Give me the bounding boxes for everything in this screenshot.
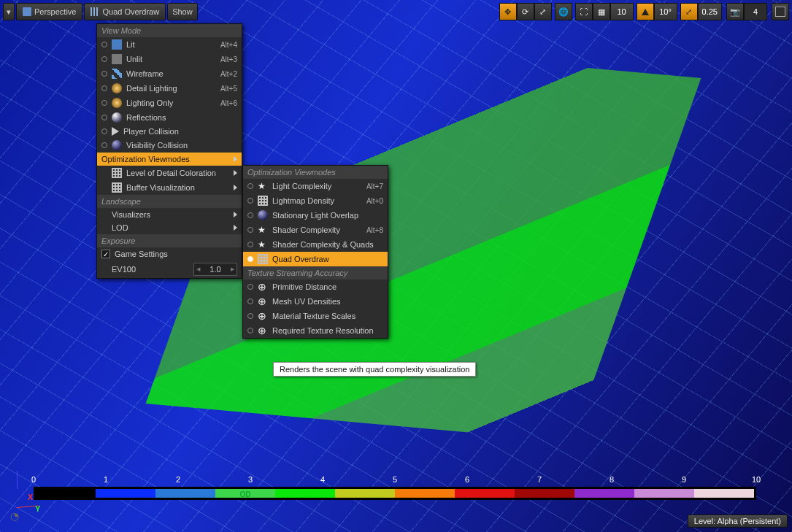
lod-icon bbox=[112, 168, 122, 178]
tooltip: Renders the scene with quad complexity v… bbox=[273, 362, 476, 377]
mesh-uv-icon bbox=[258, 296, 268, 307]
legend-segment bbox=[515, 489, 574, 498]
reflections-icon bbox=[112, 112, 122, 123]
menu-item-visualizers[interactable]: Visualizers bbox=[97, 208, 242, 221]
menu-item-unlit[interactable]: UnlitAlt+3 bbox=[97, 52, 242, 66]
legend-tick: 6 bbox=[465, 475, 469, 484]
required-texture-icon bbox=[258, 325, 268, 336]
legend-tick: 4 bbox=[320, 475, 325, 484]
lightmap-density-icon bbox=[258, 196, 268, 206]
transform-toolbar: ✥ ⟳ ⤢ 🌐 ⛶ ▦ 10 10° ⤢ 0.25 📷 4 bbox=[499, 3, 789, 23]
menu-item-primitive-distance[interactable]: Primitive Distance bbox=[243, 280, 388, 294]
menu-item-game-settings[interactable]: Game Settings bbox=[97, 247, 242, 261]
submenu-arrow-icon bbox=[234, 183, 237, 192]
menu-item-shader-complexity-quads[interactable]: Shader Complexity & Quads bbox=[243, 237, 388, 252]
menu-item-lod[interactable]: LOD bbox=[97, 221, 242, 234]
menu-item-material-texture-scales[interactable]: Material Texture Scales bbox=[243, 309, 388, 323]
legend-segment bbox=[335, 489, 395, 498]
menu-item-quad-overdraw[interactable]: Quad Overdraw bbox=[243, 252, 388, 266]
legend-segment bbox=[36, 489, 96, 498]
rotate-button[interactable]: ⟳ bbox=[517, 3, 534, 20]
world-local-toggle[interactable]: 🌐 bbox=[555, 3, 572, 20]
menu-item-lod-coloration[interactable]: Level of Detail Coloration bbox=[97, 166, 242, 180]
optimization-viewmodes-submenu: Optimization Viewmodes Light ComplexityA… bbox=[242, 165, 388, 339]
camera-speed-button[interactable]: 📷 bbox=[726, 3, 744, 20]
expand-icon bbox=[775, 7, 785, 17]
menu-item-light-complexity[interactable]: Light ComplexityAlt+7 bbox=[243, 179, 388, 193]
scale-button[interactable]: ⤢ bbox=[534, 3, 552, 20]
legend-segment bbox=[634, 489, 694, 498]
material-texture-icon bbox=[258, 311, 268, 321]
scale-snap-value[interactable]: 0.25 bbox=[698, 3, 722, 20]
light-complexity-icon bbox=[258, 181, 268, 191]
menu-item-lighting-only[interactable]: Lighting OnlyAlt+6 bbox=[97, 96, 242, 110]
detail-lighting-icon bbox=[112, 83, 122, 93]
legend-segment bbox=[455, 489, 515, 498]
show-label: Show bbox=[172, 7, 193, 16]
legend-segment bbox=[574, 489, 634, 498]
stationary-light-icon bbox=[258, 210, 268, 220]
viewport-options-dropdown[interactable]: ▾ bbox=[3, 3, 15, 20]
menu-item-detail-lighting[interactable]: Detail LightingAlt+5 bbox=[97, 81, 242, 96]
perspective-label: Perspective bbox=[34, 7, 76, 16]
legend-tick: 3 bbox=[248, 475, 253, 484]
menu-item-visibility-collision[interactable]: Visibility Collision bbox=[97, 138, 242, 153]
legend-tick: 7 bbox=[537, 475, 542, 484]
maximize-viewport-button[interactable] bbox=[772, 3, 789, 20]
menu-item-optimization-viewmodes[interactable]: Optimization Viewmodes bbox=[97, 153, 242, 166]
lit-icon bbox=[112, 39, 122, 50]
viewmode-menu: View Mode LitAlt+4 UnlitAlt+3 WireframeA… bbox=[96, 23, 242, 279]
menu-header-exposure: Exposure bbox=[97, 234, 242, 247]
shader-complexity-quads-icon bbox=[258, 239, 268, 250]
game-settings-checkbox[interactable] bbox=[101, 250, 110, 258]
legend-segment bbox=[694, 489, 754, 498]
menu-item-shader-complexity[interactable]: Shader ComplexityAlt+8 bbox=[243, 223, 388, 237]
quad-overdraw-icon bbox=[258, 254, 268, 264]
viewmode-button[interactable]: Quad Overdraw bbox=[84, 3, 166, 20]
level-status-bar[interactable]: Level: Alpha (Persistent) bbox=[688, 514, 788, 528]
shader-complexity-icon bbox=[258, 225, 268, 235]
menu-item-reflections[interactable]: Reflections bbox=[97, 110, 242, 125]
menu-item-buffer-visualization[interactable]: Buffer Visualization bbox=[97, 180, 242, 195]
menu-header-viewmode: View Mode bbox=[97, 24, 242, 37]
legend-tick: 2 bbox=[176, 475, 180, 484]
menu-item-player-collision[interactable]: Player Collision bbox=[97, 125, 242, 138]
select-translate-button[interactable]: ✥ bbox=[499, 3, 517, 20]
legend-tick: 8 bbox=[610, 475, 614, 484]
legend-segment bbox=[395, 489, 455, 498]
viewport-toolbar: ▾ Perspective Quad Overdraw Show ✥ ⟳ ⤢ 🌐… bbox=[3, 3, 789, 23]
angle-snap-toggle[interactable] bbox=[637, 3, 654, 20]
menu-item-wireframe[interactable]: WireframeAlt+2 bbox=[97, 66, 242, 81]
scale-snap-toggle[interactable]: ⤢ bbox=[680, 3, 698, 20]
menu-item-stationary-light-overlap[interactable]: Stationary Light Overlap bbox=[243, 208, 388, 223]
submenu-header-optimization: Optimization Viewmodes bbox=[243, 166, 388, 179]
surface-snap-button[interactable]: ⛶ bbox=[575, 3, 593, 20]
help-hint-icon[interactable]: ◔ bbox=[10, 510, 19, 522]
legend-segment bbox=[155, 489, 215, 498]
axis-y-label: Y bbox=[35, 504, 40, 513]
menu-item-mesh-uv-densities[interactable]: Mesh UV Densities bbox=[243, 294, 388, 309]
wireframe-icon bbox=[112, 69, 122, 79]
perspective-button[interactable]: Perspective bbox=[16, 3, 82, 20]
legend-segment bbox=[96, 489, 155, 498]
grid-snap-value[interactable]: 10 bbox=[610, 3, 634, 20]
submenu-arrow-icon bbox=[234, 169, 237, 177]
submenu-header-texture-streaming: Texture Streaming Accuracy bbox=[243, 266, 388, 280]
menu-item-required-texture-resolution[interactable]: Required Texture Resolution bbox=[243, 323, 388, 338]
menu-item-lit[interactable]: LitAlt+4 bbox=[97, 37, 242, 52]
unlit-icon bbox=[112, 54, 122, 64]
camera-speed-value[interactable]: 4 bbox=[744, 3, 767, 20]
show-button[interactable]: Show bbox=[167, 3, 198, 20]
grid-snap-toggle[interactable]: ▦ bbox=[593, 3, 610, 20]
legend-tick: 1 bbox=[104, 475, 108, 484]
legend-segment bbox=[275, 489, 335, 498]
primitive-distance-icon bbox=[258, 282, 268, 292]
menu-header-landscape: Landscape bbox=[97, 195, 242, 208]
legend-tick: 5 bbox=[393, 475, 397, 484]
angle-snap-value[interactable]: 10° bbox=[654, 3, 677, 20]
ev100-input[interactable]: 1.0 bbox=[193, 263, 237, 276]
submenu-arrow-icon bbox=[234, 155, 237, 163]
menu-item-lightmap-density[interactable]: Lightmap DensityAlt+0 bbox=[243, 193, 388, 208]
submenu-arrow-icon bbox=[234, 223, 237, 232]
viewmode-label: Quad Overdraw bbox=[102, 7, 159, 16]
